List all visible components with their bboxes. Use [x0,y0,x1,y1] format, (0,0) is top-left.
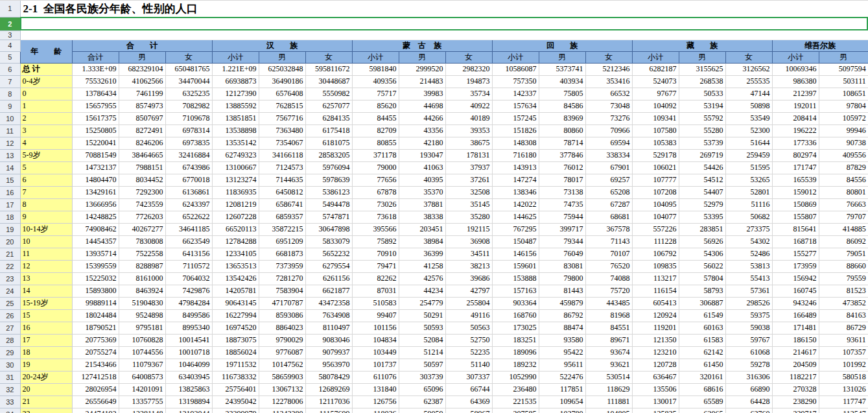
data-cell[interactable]: 8246206 [119,137,165,149]
data-cell[interactable]: 192011 [772,100,819,112]
data-cell[interactable]: 459879 [539,297,585,309]
data-cell[interactable]: 13535142 [212,137,259,149]
data-cell[interactable]: 254779 [399,297,445,309]
data-cell[interactable]: 611076 [352,371,399,383]
data-cell[interactable]: 75944 [539,211,585,223]
data-cell[interactable]: 30647898 [305,223,352,235]
data-cell[interactable]: 316306 [725,371,772,383]
column-header-1-1[interactable]: 男 [259,51,305,63]
data-cell[interactable]: 7583904 [259,285,305,297]
row-header-10[interactable]: 10 [0,112,20,124]
data-cell[interactable]: 12127390 [212,88,259,100]
data-cell[interactable]: 6951209 [259,235,305,248]
data-cell[interactable]: 530514 [585,371,632,383]
data-cell[interactable]: 59278 [725,359,772,371]
data-cell[interactable]: 75720 [585,285,632,297]
data-cell[interactable]: 24474192 [72,408,119,413]
data-cell[interactable]: 50682 [725,211,772,223]
data-cell[interactable]: 36399 [399,248,445,260]
data-cell[interactable]: 142337 [492,88,539,100]
data-cell[interactable]: 120728 [632,359,679,371]
data-cell[interactable]: 7830808 [119,235,165,248]
ethnic-group-header-3[interactable]: 回 族 [492,40,632,51]
sheet-title-cell[interactable]: 2-1 全国各民族分年龄、性别的人口 [20,1,868,17]
data-cell[interactable]: 50597 [399,359,445,371]
data-cell[interactable]: 12117036 [305,395,352,408]
data-cell[interactable]: 79344 [539,235,585,248]
data-cell[interactable]: 42576 [399,272,445,285]
data-cell[interactable]: 1052990 [492,371,539,383]
column-header-0-0[interactable]: 合计 [72,51,119,63]
age-cell[interactable]: 总 计 [20,63,72,75]
data-cell[interactable]: 40922 [445,100,492,112]
data-cell[interactable]: 107208 [632,186,679,198]
data-cell[interactable]: 70107 [585,248,632,260]
age-cell[interactable]: 17 [20,334,72,346]
data-cell[interactable]: 82262 [352,272,399,285]
data-cell[interactable]: 99407 [352,309,399,322]
data-cell[interactable]: 80855 [352,137,399,149]
data-cell[interactable]: 208414 [772,112,819,124]
data-cell[interactable]: 121350 [632,334,679,346]
data-cell[interactable]: 10760828 [119,334,165,346]
data-cell[interactable]: 118026 [352,408,399,413]
data-cell[interactable]: 6284135 [305,112,352,124]
data-cell[interactable]: 61549 [679,309,725,322]
data-cell[interactable]: 106792 [632,248,679,260]
data-cell[interactable]: 116154 [632,285,679,297]
data-cell[interactable]: 63403945 [165,371,212,383]
data-cell[interactable]: 107357 [819,346,868,359]
data-cell[interactable]: 148308 [492,137,539,149]
data-cell[interactable]: 120924 [632,309,679,322]
data-cell[interactable]: 2999520 [399,63,445,75]
data-cell[interactable]: 104077 [632,211,679,223]
data-cell[interactable]: 8034452 [119,174,165,186]
data-cell[interactable]: 15657955 [72,100,119,112]
data-cell[interactable]: 9790029 [259,334,305,346]
data-cell[interactable]: 86092 [819,235,868,248]
data-cell[interactable]: 625032848 [259,63,305,75]
data-cell[interactable]: 38984 [399,235,445,248]
data-cell[interactable]: 22399979 [212,408,259,413]
data-cell[interactable]: 95422 [539,346,585,359]
data-cell[interactable]: 53813 [725,260,772,272]
data-cell[interactable]: 64369 [445,395,492,408]
data-cell[interactable]: 75717 [352,88,399,100]
age-cell[interactable]: 6 [20,174,72,186]
data-cell[interactable]: 273375 [725,223,772,235]
data-cell[interactable]: 7354067 [259,137,305,149]
data-cell[interactable]: 9563970 [305,359,352,371]
data-cell[interactable]: 177336 [772,137,819,149]
data-cell[interactable]: 270328 [772,383,819,395]
data-cell[interactable]: 49116 [445,309,492,322]
data-cell[interactable]: 79000 [352,161,399,174]
ethnic-group-header-2[interactable]: 蒙 古 族 [352,40,492,51]
data-cell[interactable]: 99946 [819,124,868,137]
data-cell[interactable]: 51595 [725,161,772,174]
data-cell[interactable]: 79559 [819,272,868,285]
data-cell[interactable]: 42180 [399,137,445,149]
data-cell[interactable]: 12607228 [212,211,259,223]
data-cell[interactable]: 81968 [585,309,632,322]
data-cell[interactable]: 8110497 [305,322,352,334]
data-cell[interactable]: 36908 [445,235,492,248]
data-cell[interactable]: 155807 [772,211,819,223]
data-cell[interactable]: 13100667 [212,161,259,174]
data-cell[interactable]: 104805 [585,408,632,413]
column-header-2-0[interactable]: 小计 [352,51,399,63]
data-cell[interactable]: 50291 [399,309,445,322]
data-cell[interactable]: 5652232 [305,248,352,260]
data-cell[interactable]: 6859357 [259,211,305,223]
data-cell[interactable]: 212397 [772,88,819,100]
data-cell[interactable]: 39686 [445,272,492,285]
data-cell[interactable]: 269719 [679,149,725,161]
data-cell[interactable]: 6257077 [305,100,352,112]
data-cell[interactable]: 6279554 [305,260,352,272]
data-cell[interactable]: 173025 [492,322,539,334]
data-cell[interactable]: 26556649 [72,395,119,408]
data-cell[interactable]: 93621 [585,359,632,371]
data-cell[interactable]: 52084 [399,334,445,346]
data-cell[interactable]: 41258 [399,260,445,272]
data-cell[interactable]: 371178 [352,149,399,161]
data-cell[interactable]: 7363480 [259,124,305,137]
